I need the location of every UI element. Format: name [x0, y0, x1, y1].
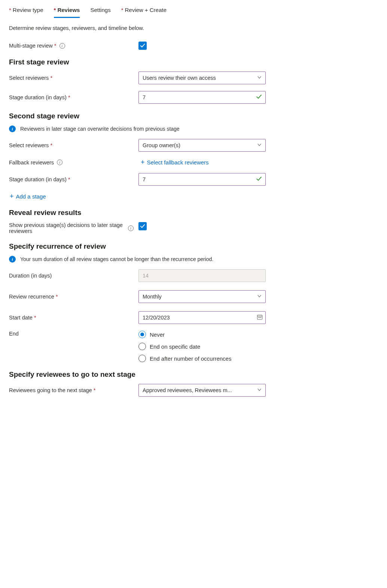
link-text: Select fallback reviewers — [147, 159, 209, 166]
radio-label: End after number of occurrences — [150, 355, 231, 362]
field-total-duration: Duration (in days) 14 — [9, 269, 378, 282]
end-radio-specific[interactable]: End on specific date — [138, 343, 266, 350]
radio-label: End on specific date — [150, 343, 200, 350]
label-text: End — [9, 331, 19, 337]
tab-label: Reviews — [57, 7, 80, 13]
svg-rect-3 — [259, 317, 260, 318]
label-text: Duration (in days) — [9, 273, 52, 279]
start-date-input[interactable]: 12/20/2023 — [138, 311, 266, 324]
tab-label: Review type — [13, 7, 43, 13]
svg-rect-2 — [258, 317, 259, 318]
info-text: Reviewers in later stage can overwrite d… — [20, 126, 180, 132]
select-value: Approved reviewees, Reviewees m... — [143, 387, 232, 393]
input-value: 14 — [143, 273, 149, 279]
field-first-reviewers: Select reviewers * Users review their ow… — [9, 72, 378, 84]
second-reviewers-label: Select reviewers * — [9, 142, 138, 148]
field-fallback-reviewers: Fallback reviewers i + Select fallback r… — [9, 158, 378, 166]
field-end: End Never End on specific date End after… — [9, 331, 378, 362]
fallback-reviewers-label: Fallback reviewers i — [9, 160, 138, 166]
tab-reviews[interactable]: *Reviews — [54, 4, 80, 18]
label-text: Select reviewers — [9, 142, 49, 148]
info-badge-icon: i — [9, 125, 16, 132]
first-duration-input[interactable]: 7 — [138, 91, 266, 104]
required-star-icon: * — [50, 142, 52, 148]
required-star-icon: * — [9, 7, 11, 13]
second-duration-input[interactable]: 7 — [138, 173, 266, 186]
label-text: Select reviewers — [9, 75, 49, 81]
tab-review-create[interactable]: *Review + Create — [121, 4, 167, 18]
add-stage-button[interactable]: + Add a stage — [10, 193, 46, 200]
radio-label: Never — [150, 331, 165, 338]
required-star-icon: * — [50, 75, 52, 81]
required-star-icon: * — [68, 176, 70, 182]
tab-review-type[interactable]: *Review type — [9, 4, 43, 18]
info-icon[interactable]: i — [128, 225, 134, 231]
input-value: 7 — [143, 176, 146, 182]
select-value: Group owner(s) — [143, 142, 180, 148]
link-text: Add a stage — [16, 193, 46, 200]
select-fallback-link[interactable]: + Select fallback reviewers — [141, 158, 209, 166]
required-star-icon: * — [121, 7, 124, 13]
required-star-icon: * — [34, 315, 36, 321]
field-multi-stage: Multi-stage review * i — [9, 42, 378, 50]
second-stage-info: i Reviewers in later stage can overwrite… — [9, 125, 378, 132]
tab-settings[interactable]: Settings — [90, 4, 110, 18]
field-first-duration: Stage duration (in days) * 7 — [9, 91, 378, 104]
first-reviewers-label: Select reviewers * — [9, 75, 138, 81]
recurrence-heading: Specify recurrence of review — [9, 242, 378, 251]
second-duration-label: Stage duration (in days) * — [9, 176, 138, 182]
calendar-icon[interactable] — [257, 314, 263, 321]
input-value: 7 — [143, 94, 146, 100]
plus-icon: + — [141, 158, 145, 166]
info-badge-icon: i — [9, 256, 16, 263]
radio-icon — [138, 355, 146, 362]
first-stage-heading: First stage review — [9, 58, 378, 66]
total-duration-label: Duration (in days) — [9, 273, 138, 279]
field-second-duration: Stage duration (in days) * 7 — [9, 173, 378, 186]
checkmark-icon — [140, 43, 145, 48]
field-reviewees-next: Reviewees going to the next stage * Appr… — [9, 384, 378, 397]
label-text: Review recurrence — [9, 294, 54, 300]
start-date-label: Start date * — [9, 315, 138, 321]
reviewees-heading: Specify reviewees to go to next stage — [9, 370, 378, 379]
required-star-icon: * — [56, 294, 58, 300]
required-star-icon: * — [68, 94, 70, 100]
reviewees-next-select[interactable]: Approved reviewees, Reviewees m... — [138, 384, 266, 397]
first-reviewers-select[interactable]: Users review their own access — [138, 72, 266, 84]
first-duration-label: Stage duration (in days) * — [9, 94, 138, 100]
info-text: Your sum duration of all review stages c… — [20, 256, 213, 262]
input-value: 12/20/2023 — [143, 315, 170, 321]
label-text: Stage duration (in days) — [9, 176, 67, 182]
info-icon[interactable]: i — [60, 43, 65, 49]
recurrence-label: Review recurrence * — [9, 294, 138, 300]
tab-label: Settings — [90, 7, 110, 13]
radio-icon — [138, 331, 146, 338]
show-prev-checkbox[interactable] — [138, 222, 147, 230]
select-value: Users review their own access — [143, 75, 216, 81]
end-radio-never[interactable]: Never — [138, 331, 266, 338]
required-star-icon: * — [54, 7, 56, 13]
end-radio-occurrences[interactable]: End after number of occurrences — [138, 355, 266, 362]
recurrence-select[interactable]: Monthly — [138, 290, 266, 303]
tabs-bar: *Review type *Reviews Settings *Review +… — [9, 0, 378, 18]
label-text: Show previous stage(s) decisions to late… — [9, 222, 125, 234]
select-value: Monthly — [143, 294, 162, 300]
label-text: Stage duration (in days) — [9, 94, 67, 100]
second-reviewers-select[interactable]: Group owner(s) — [138, 139, 266, 152]
end-label: End — [9, 331, 138, 337]
field-recurrence: Review recurrence * Monthly — [9, 290, 378, 303]
svg-rect-4 — [260, 317, 261, 318]
multi-stage-checkbox[interactable] — [138, 42, 147, 50]
radio-icon — [138, 343, 146, 350]
second-stage-heading: Second stage review — [9, 112, 378, 120]
label-text: Multi-stage review — [9, 43, 53, 49]
show-prev-label: Show previous stage(s) decisions to late… — [9, 222, 138, 234]
intro-text: Determine review stages, reviewers, and … — [9, 25, 378, 31]
info-icon[interactable]: i — [57, 160, 63, 165]
field-start-date: Start date * 12/20/2023 — [9, 311, 378, 324]
field-second-reviewers: Select reviewers * Group owner(s) — [9, 139, 378, 152]
label-text: Fallback reviewers — [9, 160, 54, 166]
multi-stage-label: Multi-stage review * i — [9, 43, 138, 49]
valid-check-icon — [256, 176, 262, 183]
required-star-icon: * — [94, 387, 96, 393]
